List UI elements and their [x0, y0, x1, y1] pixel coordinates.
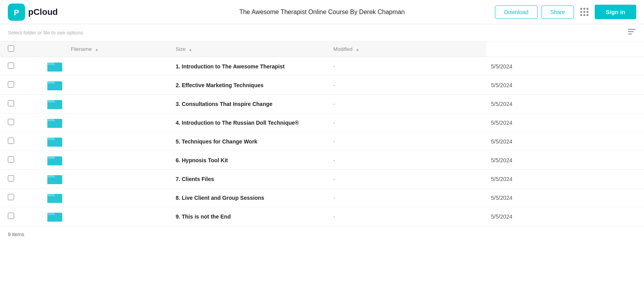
grid-menu-button[interactable] [578, 5, 591, 18]
file-table-body: 1. Introduction to The Awesome Therapist… [0, 57, 644, 226]
header-actions: Download Share Sign in [495, 5, 636, 19]
row-checkbox[interactable] [8, 194, 14, 200]
file-table: Filename ▲ Size ▲ Modified ▲ 1. Introduc… [0, 41, 644, 226]
filename-sort-arrow: ▲ [95, 47, 99, 52]
modified-sort-arrow: ▲ [356, 47, 360, 52]
table-row[interactable]: 7. Clients Files-5/5/2024 [0, 170, 644, 188]
folder-icon [47, 172, 62, 184]
folder-icon [47, 191, 62, 203]
folder-icon [47, 79, 62, 90]
file-modified: 5/5/2024 [486, 151, 644, 170]
file-size: - [329, 57, 486, 76]
row-checkbox[interactable] [8, 138, 14, 144]
folder-icon [47, 60, 62, 72]
row-checkbox[interactable] [8, 81, 14, 88]
size-sort-arrow: ▲ [189, 47, 192, 52]
filename-text: 4. Introduction to The Russian Doll Tech… [176, 120, 299, 126]
signin-button[interactable]: Sign in [595, 5, 636, 19]
item-count: 9 items [8, 231, 24, 237]
file-size: - [329, 95, 486, 113]
row-checkbox[interactable] [8, 100, 14, 106]
filename-text: 9. This is not the End [176, 213, 231, 220]
download-button[interactable]: Download [495, 5, 537, 19]
folder-icon [47, 135, 62, 147]
file-size: - [329, 170, 486, 188]
share-button[interactable]: Share [541, 5, 574, 19]
filename-text: 6. Hypnosis Tool Kit [176, 157, 228, 163]
file-modified: 5/5/2024 [486, 188, 644, 207]
table-row[interactable]: 4. Introduction to The Russian Doll Tech… [0, 113, 644, 132]
folder-icon [47, 116, 62, 128]
size-column-header[interactable]: Size ▲ [171, 41, 329, 57]
table-row[interactable]: 3. Consultations That Inspire Change-5/5… [0, 95, 644, 113]
select-hint: Select folder or file to see options [8, 30, 83, 36]
folder-icon [47, 210, 62, 222]
file-modified: 5/5/2024 [486, 170, 644, 188]
file-modified: 5/5/2024 [486, 207, 644, 226]
file-modified: 5/5/2024 [486, 95, 644, 113]
sort-icon [628, 28, 636, 35]
filename-text: 3. Consultations That Inspire Change [176, 101, 272, 107]
file-modified: 5/5/2024 [486, 113, 644, 132]
grid-dots-icon [580, 8, 588, 16]
pcloud-logo-icon: P [8, 4, 25, 21]
toolbar: Select folder or file to see options [0, 24, 644, 41]
folder-icon [47, 97, 62, 109]
table-row[interactable]: 8. Live Client and Group Sessions-5/5/20… [0, 188, 644, 207]
file-modified: 5/5/2024 [486, 57, 644, 76]
folder-icon [47, 154, 62, 165]
table-header-row: Filename ▲ Size ▲ Modified ▲ [0, 41, 644, 57]
modified-column-header[interactable]: Modified ▲ [329, 41, 486, 57]
filename-text: 5. Techniques for Change Work [176, 138, 257, 145]
row-checkbox[interactable] [8, 63, 14, 69]
select-all-checkbox[interactable] [8, 45, 14, 52]
svg-text:P: P [14, 8, 19, 17]
file-size: - [329, 188, 486, 207]
table-row[interactable]: 1. Introduction to The Awesome Therapist… [0, 57, 644, 76]
table-row[interactable]: 9. This is not the End-5/5/2024 [0, 207, 644, 226]
filename-column-header[interactable]: Filename ▲ [47, 41, 171, 57]
row-checkbox[interactable] [8, 175, 14, 181]
file-size: - [329, 132, 486, 151]
header: P pCloud The Awesome Therapist Online Co… [0, 0, 644, 24]
filename-text: 1. Introduction to The Awesome Therapist [176, 63, 284, 70]
filename-text: 2. Effective Marketing Techniques [176, 82, 264, 88]
file-size: - [329, 151, 486, 170]
table-row[interactable]: 5. Techniques for Change Work-5/5/2024 [0, 132, 644, 151]
sort-button[interactable] [628, 28, 636, 37]
file-modified: 5/5/2024 [486, 132, 644, 151]
logo-text: pCloud [28, 7, 58, 17]
header-title: The Awesome Therapist Online Course By D… [239, 9, 405, 16]
filename-text: 7. Clients Files [176, 176, 214, 182]
file-size: - [329, 113, 486, 132]
row-checkbox[interactable] [8, 156, 14, 163]
footer: 9 items [0, 226, 644, 243]
row-checkbox[interactable] [8, 213, 14, 219]
file-modified: 5/5/2024 [486, 76, 644, 95]
table-row[interactable]: 6. Hypnosis Tool Kit-5/5/2024 [0, 151, 644, 170]
file-size: - [329, 207, 486, 226]
logo-area: P pCloud [8, 4, 58, 21]
row-checkbox[interactable] [8, 119, 14, 125]
filename-text: 8. Live Client and Group Sessions [176, 195, 264, 201]
table-row[interactable]: 2. Effective Marketing Techniques-5/5/20… [0, 76, 644, 95]
file-size: - [329, 76, 486, 95]
